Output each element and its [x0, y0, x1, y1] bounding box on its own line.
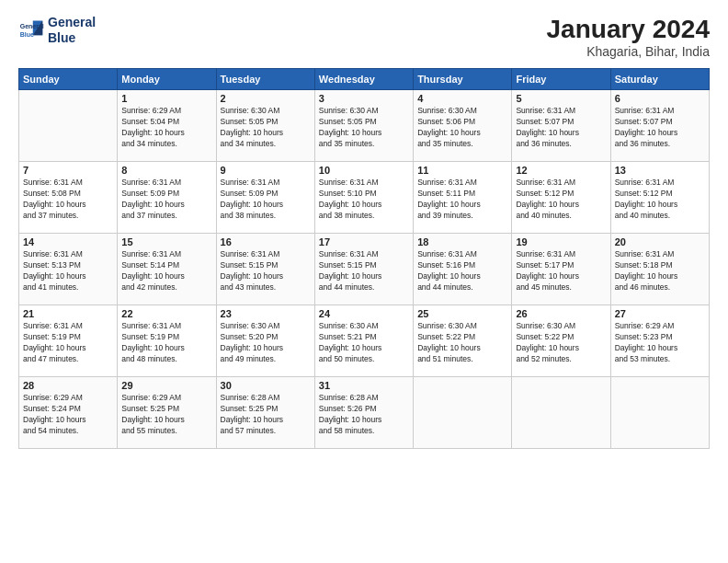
day-cell — [414, 377, 512, 449]
day-info: Sunrise: 6:29 AMSunset: 5:24 PMDaylight:… — [23, 393, 113, 437]
day-cell: 30Sunrise: 6:28 AMSunset: 5:25 PMDayligh… — [216, 377, 314, 449]
day-cell: 26Sunrise: 6:30 AMSunset: 5:22 PMDayligh… — [512, 305, 610, 377]
day-info: Sunrise: 6:30 AMSunset: 5:06 PMDaylight:… — [417, 106, 507, 150]
day-number: 29 — [121, 380, 211, 391]
day-cell: 22Sunrise: 6:31 AMSunset: 5:19 PMDayligh… — [118, 305, 216, 377]
day-info: Sunrise: 6:31 AMSunset: 5:08 PMDaylight:… — [23, 178, 113, 222]
day-cell: 13Sunrise: 6:31 AMSunset: 5:12 PMDayligh… — [610, 162, 709, 234]
day-cell: 19Sunrise: 6:31 AMSunset: 5:17 PMDayligh… — [512, 234, 610, 305]
calendar-table: SundayMondayTuesdayWednesdayThursdayFrid… — [18, 68, 710, 449]
day-info: Sunrise: 6:30 AMSunset: 5:22 PMDaylight:… — [516, 321, 606, 365]
day-number: 16 — [221, 236, 311, 247]
day-info: Sunrise: 6:31 AMSunset: 5:07 PMDaylight:… — [615, 106, 705, 150]
day-info: Sunrise: 6:28 AMSunset: 5:25 PMDaylight:… — [221, 393, 311, 437]
day-info: Sunrise: 6:29 AMSunset: 5:25 PMDaylight:… — [121, 393, 211, 437]
day-number: 14 — [23, 236, 113, 247]
day-number: 17 — [319, 236, 409, 247]
day-info: Sunrise: 6:30 AMSunset: 5:20 PMDaylight:… — [221, 321, 311, 365]
day-cell: 8Sunrise: 6:31 AMSunset: 5:09 PMDaylight… — [118, 162, 216, 234]
calendar-page: General Blue General Blue January 2024 K… — [0, 0, 728, 563]
day-info: Sunrise: 6:28 AMSunset: 5:26 PMDaylight:… — [319, 393, 409, 437]
day-cell: 31Sunrise: 6:28 AMSunset: 5:26 PMDayligh… — [314, 377, 413, 449]
day-info: Sunrise: 6:30 AMSunset: 5:21 PMDaylight:… — [319, 321, 409, 365]
svg-text:Blue: Blue — [20, 31, 34, 38]
day-cell: 4Sunrise: 6:30 AMSunset: 5:06 PMDaylight… — [414, 90, 512, 162]
day-cell: 9Sunrise: 6:31 AMSunset: 5:09 PMDaylight… — [216, 162, 314, 234]
day-info: Sunrise: 6:31 AMSunset: 5:19 PMDaylight:… — [23, 321, 113, 365]
day-number: 24 — [319, 308, 409, 319]
day-cell: 23Sunrise: 6:30 AMSunset: 5:20 PMDayligh… — [216, 305, 314, 377]
day-number: 26 — [516, 308, 606, 319]
col-header-friday: Friday — [512, 69, 610, 90]
day-cell: 16Sunrise: 6:31 AMSunset: 5:15 PMDayligh… — [216, 234, 314, 305]
day-cell: 25Sunrise: 6:30 AMSunset: 5:22 PMDayligh… — [414, 305, 512, 377]
day-cell: 5Sunrise: 6:31 AMSunset: 5:07 PMDaylight… — [512, 90, 610, 162]
day-cell: 3Sunrise: 6:30 AMSunset: 5:05 PMDaylight… — [314, 90, 413, 162]
day-number: 28 — [23, 380, 113, 391]
day-info: Sunrise: 6:31 AMSunset: 5:12 PMDaylight:… — [516, 178, 606, 222]
day-info: Sunrise: 6:31 AMSunset: 5:09 PMDaylight:… — [221, 178, 311, 222]
day-number: 25 — [417, 308, 507, 319]
day-info: Sunrise: 6:30 AMSunset: 5:05 PMDaylight:… — [221, 106, 311, 150]
day-number: 13 — [615, 165, 705, 176]
day-number: 4 — [417, 93, 507, 104]
day-cell: 24Sunrise: 6:30 AMSunset: 5:21 PMDayligh… — [314, 305, 413, 377]
day-cell: 15Sunrise: 6:31 AMSunset: 5:14 PMDayligh… — [118, 234, 216, 305]
day-number: 31 — [319, 380, 409, 391]
day-number: 12 — [516, 165, 606, 176]
col-header-saturday: Saturday — [610, 69, 709, 90]
logo-icon: General Blue — [18, 17, 44, 43]
day-cell — [512, 377, 610, 449]
week-row-1: 1Sunrise: 6:29 AMSunset: 5:04 PMDaylight… — [19, 90, 710, 162]
day-cell: 11Sunrise: 6:31 AMSunset: 5:11 PMDayligh… — [414, 162, 512, 234]
day-cell: 27Sunrise: 6:29 AMSunset: 5:23 PMDayligh… — [610, 305, 709, 377]
col-header-wednesday: Wednesday — [314, 69, 413, 90]
day-cell: 1Sunrise: 6:29 AMSunset: 5:04 PMDaylight… — [118, 90, 216, 162]
calendar-subtitle: Khagaria, Bihar, India — [547, 44, 710, 59]
day-number: 10 — [319, 165, 409, 176]
day-info: Sunrise: 6:29 AMSunset: 5:04 PMDaylight:… — [121, 106, 211, 150]
day-number: 11 — [417, 165, 507, 176]
day-info: Sunrise: 6:31 AMSunset: 5:12 PMDaylight:… — [615, 178, 705, 222]
day-number: 19 — [516, 236, 606, 247]
week-row-4: 21Sunrise: 6:31 AMSunset: 5:19 PMDayligh… — [19, 305, 710, 377]
day-info: Sunrise: 6:31 AMSunset: 5:19 PMDaylight:… — [121, 321, 211, 365]
day-cell: 29Sunrise: 6:29 AMSunset: 5:25 PMDayligh… — [118, 377, 216, 449]
day-number: 7 — [23, 165, 113, 176]
day-info: Sunrise: 6:30 AMSunset: 5:22 PMDaylight:… — [417, 321, 507, 365]
logo-text-line1: General — [48, 15, 96, 30]
day-cell: 12Sunrise: 6:31 AMSunset: 5:12 PMDayligh… — [512, 162, 610, 234]
day-cell: 2Sunrise: 6:30 AMSunset: 5:05 PMDaylight… — [216, 90, 314, 162]
day-number: 23 — [221, 308, 311, 319]
day-info: Sunrise: 6:31 AMSunset: 5:15 PMDaylight:… — [319, 249, 409, 293]
col-header-tuesday: Tuesday — [216, 69, 314, 90]
day-cell — [19, 90, 118, 162]
day-info: Sunrise: 6:29 AMSunset: 5:23 PMDaylight:… — [615, 321, 705, 365]
day-info: Sunrise: 6:31 AMSunset: 5:07 PMDaylight:… — [516, 106, 606, 150]
week-row-5: 28Sunrise: 6:29 AMSunset: 5:24 PMDayligh… — [19, 377, 710, 449]
week-row-2: 7Sunrise: 6:31 AMSunset: 5:08 PMDaylight… — [19, 162, 710, 234]
day-cell: 20Sunrise: 6:31 AMSunset: 5:18 PMDayligh… — [610, 234, 709, 305]
day-cell: 14Sunrise: 6:31 AMSunset: 5:13 PMDayligh… — [19, 234, 118, 305]
day-cell — [610, 377, 709, 449]
day-number: 5 — [516, 93, 606, 104]
day-cell: 21Sunrise: 6:31 AMSunset: 5:19 PMDayligh… — [19, 305, 118, 377]
day-number: 21 — [23, 308, 113, 319]
day-number: 27 — [615, 308, 705, 319]
day-number: 18 — [417, 236, 507, 247]
day-info: Sunrise: 6:30 AMSunset: 5:05 PMDaylight:… — [319, 106, 409, 150]
calendar-title: January 2024 — [547, 15, 710, 44]
day-info: Sunrise: 6:31 AMSunset: 5:14 PMDaylight:… — [121, 249, 211, 293]
title-block: January 2024 Khagaria, Bihar, India — [547, 15, 710, 59]
day-number: 9 — [221, 165, 311, 176]
day-number: 15 — [121, 236, 211, 247]
day-cell: 17Sunrise: 6:31 AMSunset: 5:15 PMDayligh… — [314, 234, 413, 305]
day-info: Sunrise: 6:31 AMSunset: 5:16 PMDaylight:… — [417, 249, 507, 293]
day-number: 22 — [121, 308, 211, 319]
day-info: Sunrise: 6:31 AMSunset: 5:15 PMDaylight:… — [221, 249, 311, 293]
col-header-monday: Monday — [118, 69, 216, 90]
logo: General Blue General Blue — [18, 15, 96, 46]
day-info: Sunrise: 6:31 AMSunset: 5:17 PMDaylight:… — [516, 249, 606, 293]
header: General Blue General Blue January 2024 K… — [18, 15, 710, 59]
day-cell: 7Sunrise: 6:31 AMSunset: 5:08 PMDaylight… — [19, 162, 118, 234]
